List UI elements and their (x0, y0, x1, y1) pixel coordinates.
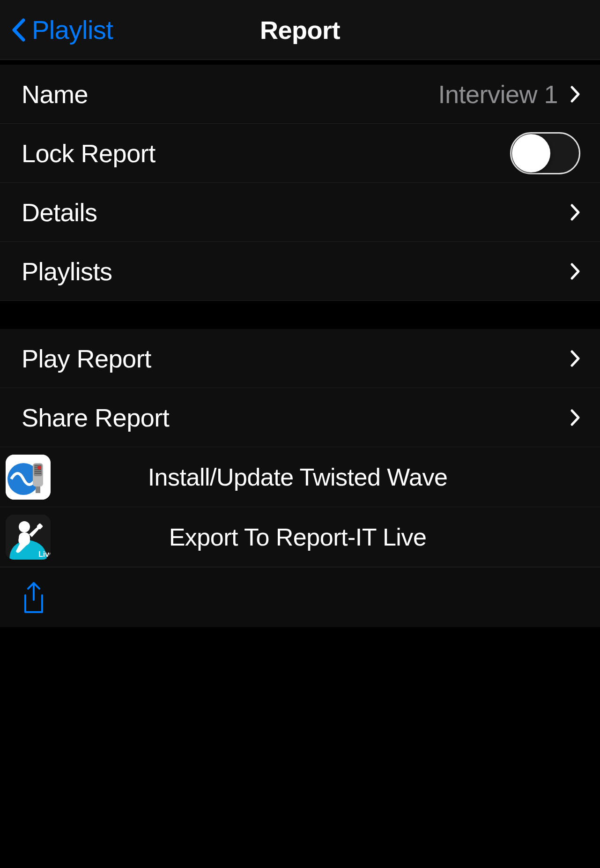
svg-rect-10 (36, 486, 40, 493)
reportit-live-icon: Live (6, 515, 51, 560)
section-gap (0, 301, 600, 329)
playlists-label: Playlists (22, 257, 112, 286)
twisted-wave-icon (6, 455, 51, 500)
share-icon[interactable] (22, 581, 46, 614)
share-report-label: Share Report (22, 403, 169, 432)
lock-report-toggle[interactable] (510, 132, 580, 174)
bottom-toolbar (0, 567, 600, 627)
toggle-knob (512, 134, 550, 172)
twisted-wave-row[interactable]: Install/Update Twisted Wave (0, 447, 600, 507)
nav-bar: Playlist Report (0, 0, 600, 60)
name-label: Name (22, 80, 88, 109)
reportit-live-label: Export To Report-IT Live (60, 523, 580, 551)
chevron-right-icon (570, 203, 580, 221)
chevron-right-icon (570, 409, 580, 427)
chevron-right-icon (570, 85, 580, 103)
name-row[interactable]: Name Interview 1 (0, 65, 600, 124)
share-report-row[interactable]: Share Report (0, 388, 600, 447)
svg-point-12 (19, 521, 30, 532)
play-report-row[interactable]: Play Report (0, 329, 600, 388)
svg-point-9 (37, 466, 41, 470)
svg-text:Live: Live (38, 550, 51, 558)
lock-report-row: Lock Report (0, 124, 600, 183)
back-button[interactable]: Playlist (0, 15, 113, 45)
chevron-left-icon (11, 18, 25, 42)
lock-report-label: Lock Report (22, 139, 156, 168)
section-gap (0, 60, 600, 65)
back-label: Playlist (32, 15, 113, 45)
playlists-row[interactable]: Playlists (0, 242, 600, 301)
chevron-right-icon (570, 350, 580, 367)
page-title: Report (260, 15, 340, 45)
chevron-right-icon (570, 262, 580, 280)
details-label: Details (22, 198, 97, 227)
reportit-live-row[interactable]: Live Export To Report-IT Live (0, 507, 600, 567)
name-value: Interview 1 (438, 80, 558, 109)
twisted-wave-label: Install/Update Twisted Wave (60, 463, 580, 491)
details-row[interactable]: Details (0, 183, 600, 242)
play-report-label: Play Report (22, 344, 151, 373)
